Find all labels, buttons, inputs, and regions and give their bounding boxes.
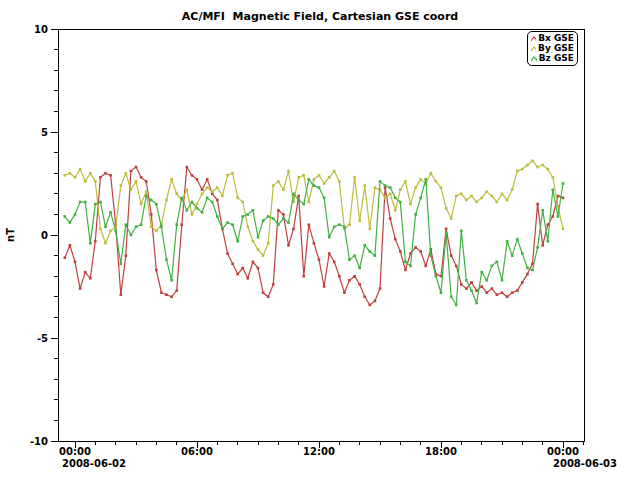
legend-label-bx: Bx GSE bbox=[538, 34, 574, 43]
series-marker-bz-gse bbox=[562, 182, 565, 185]
series-marker-bz-gse bbox=[557, 215, 560, 218]
y-tick-label: -5 bbox=[37, 333, 48, 344]
series-marker-bx-gse bbox=[485, 291, 488, 294]
series-marker-by-gse bbox=[389, 193, 392, 196]
series-marker-bx-gse bbox=[191, 174, 194, 177]
series-marker-bx-gse bbox=[511, 291, 514, 294]
series-marker-bz-gse bbox=[430, 254, 433, 257]
series-marker-by-gse bbox=[313, 178, 316, 181]
series-marker-by-gse bbox=[440, 186, 443, 189]
series-marker-bz-gse bbox=[501, 279, 504, 282]
series-marker-by-gse bbox=[353, 176, 356, 179]
series-marker-bx-gse bbox=[557, 195, 560, 198]
series-marker-bz-gse bbox=[145, 195, 148, 198]
series-marker-by-gse bbox=[491, 195, 494, 198]
series-marker-bx-gse bbox=[287, 244, 290, 247]
series-marker-by-gse bbox=[262, 254, 265, 257]
series-marker-bx-gse bbox=[338, 275, 341, 278]
x-axis-date-start: 2008-06-02 bbox=[62, 458, 126, 469]
series-marker-bx-gse bbox=[394, 238, 397, 241]
series-marker-bx-gse bbox=[465, 287, 468, 290]
series-marker-by-gse bbox=[236, 197, 239, 200]
series-marker-by-gse bbox=[150, 226, 153, 229]
x-tick-label: 12:00 bbox=[303, 446, 335, 457]
series-marker-by-gse bbox=[501, 193, 504, 196]
series-marker-by-gse bbox=[475, 201, 478, 204]
series-marker-bx-gse bbox=[308, 223, 311, 226]
series-marker-bx-gse bbox=[491, 287, 494, 290]
series-marker-bx-gse bbox=[201, 188, 204, 191]
series-marker-bz-gse bbox=[287, 221, 290, 224]
series-marker-bz-gse bbox=[404, 261, 407, 264]
series-marker-bx-gse bbox=[125, 254, 128, 257]
series-marker-bx-gse bbox=[348, 279, 351, 282]
series-marker-bx-gse bbox=[120, 293, 123, 296]
series-marker-bz-gse bbox=[140, 223, 143, 226]
series-marker-bx-gse bbox=[552, 215, 555, 218]
series-marker-bx-gse bbox=[236, 273, 239, 276]
series-marker-bx-gse bbox=[135, 166, 138, 169]
series-marker-bz-gse bbox=[399, 201, 402, 204]
series-marker-bx-gse bbox=[369, 304, 372, 307]
series-marker-bx-gse bbox=[216, 199, 219, 202]
series-marker-by-gse bbox=[485, 190, 488, 193]
series-marker-bz-gse bbox=[547, 240, 550, 243]
series-marker-bx-gse bbox=[64, 256, 67, 259]
series-marker-bz-gse bbox=[175, 223, 178, 226]
series-marker-bz-gse bbox=[236, 240, 239, 243]
plot-frame bbox=[58, 29, 584, 441]
legend-item-bz: Bz GSE bbox=[531, 54, 574, 63]
series-marker-by-gse bbox=[419, 178, 422, 181]
series-marker-bz-gse bbox=[475, 302, 478, 305]
legend-line-sample-bx bbox=[531, 35, 536, 43]
series-marker-bx-gse bbox=[241, 267, 244, 270]
series-marker-bz-gse bbox=[216, 215, 219, 218]
series-marker-by-gse bbox=[272, 184, 275, 187]
series-marker-bx-gse bbox=[358, 283, 361, 286]
series-marker-bz-gse bbox=[89, 242, 92, 245]
series-marker-bx-gse bbox=[272, 283, 275, 286]
series-marker-bx-gse bbox=[399, 250, 402, 253]
series-marker-bx-gse bbox=[252, 261, 255, 264]
series-marker-by-gse bbox=[318, 174, 321, 177]
series-marker-by-gse bbox=[338, 180, 341, 183]
series-marker-bx-gse bbox=[104, 172, 107, 175]
series-marker-bz-gse bbox=[445, 232, 448, 235]
series-marker-bz-gse bbox=[262, 219, 265, 222]
series-marker-by-gse bbox=[175, 193, 178, 196]
series-marker-bx-gse bbox=[404, 269, 407, 272]
series-marker-bz-gse bbox=[302, 203, 305, 206]
series-marker-by-gse bbox=[430, 172, 433, 175]
series-marker-bx-gse bbox=[496, 293, 499, 296]
series-marker-bx-gse bbox=[267, 296, 270, 299]
series-marker-bz-gse bbox=[506, 240, 509, 243]
series-marker-bz-gse bbox=[308, 178, 311, 181]
series-marker-bx-gse bbox=[186, 166, 189, 169]
series-marker-by-gse bbox=[155, 230, 158, 233]
series-marker-bx-gse bbox=[262, 291, 265, 294]
legend-line-sample-bz bbox=[531, 55, 537, 63]
series-marker-by-gse bbox=[267, 242, 270, 245]
series-marker-by-gse bbox=[404, 180, 407, 183]
series-marker-by-gse bbox=[135, 180, 138, 183]
series-marker-bz-gse bbox=[496, 261, 499, 264]
series-marker-by-gse bbox=[409, 203, 412, 206]
series-marker-bz-gse bbox=[297, 199, 300, 202]
legend-label-by: By GSE bbox=[538, 44, 574, 53]
series-marker-by-gse bbox=[297, 176, 300, 179]
series-marker-by-gse bbox=[211, 190, 214, 193]
series-marker-bx-gse bbox=[450, 254, 453, 257]
series-marker-bx-gse bbox=[480, 285, 483, 288]
series-marker-bx-gse bbox=[318, 258, 321, 261]
series-marker-by-gse bbox=[516, 170, 519, 173]
series-marker-bx-gse bbox=[379, 287, 382, 290]
series-marker-by-gse bbox=[221, 195, 224, 198]
x-tick-label: 06:00 bbox=[181, 446, 213, 457]
series-marker-bz-gse bbox=[485, 279, 488, 282]
series-marker-by-gse bbox=[506, 199, 509, 202]
legend-item-by: By GSE bbox=[531, 44, 574, 53]
series-marker-bx-gse bbox=[313, 242, 316, 245]
series-marker-bx-gse bbox=[506, 296, 509, 299]
series-marker-bz-gse bbox=[480, 271, 483, 274]
series-marker-bx-gse bbox=[257, 267, 260, 270]
